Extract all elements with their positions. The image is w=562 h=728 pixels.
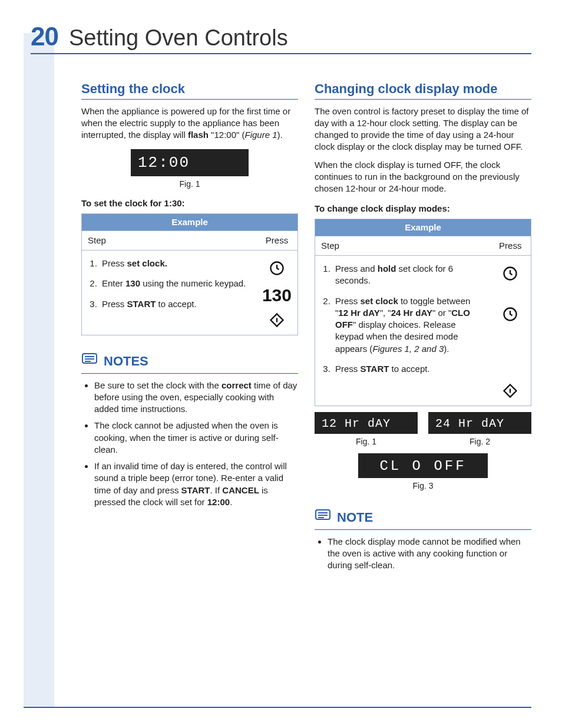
left-column: Setting the clock When the appliance is … xyxy=(81,71,298,577)
note-label: NOTE xyxy=(337,509,373,526)
lcd-display: 12:00 xyxy=(131,149,249,176)
clock-icon xyxy=(502,265,518,285)
text: "12:00" ( xyxy=(209,130,245,140)
table-header: Example xyxy=(315,219,531,236)
step-2: Press set clock to toggle between "12 Hr… xyxy=(333,295,484,355)
note-item: Be sure to set the clock with the correc… xyxy=(94,380,298,416)
display-1200: 12:00 Fig. 1 xyxy=(81,149,298,189)
subheading-change-modes: To change clock display modes: xyxy=(315,203,531,215)
note-heading: NOTE xyxy=(315,508,531,530)
note-item: The clock cannot be adjusted when the ov… xyxy=(94,420,298,456)
notes-heading: NOTES xyxy=(81,352,298,374)
lcd-display-off: CL O OFF xyxy=(358,453,488,478)
example-table-display-mode: Example Step Press Press and hold set cl… xyxy=(315,219,531,406)
col-step: Step xyxy=(315,236,490,255)
clock-icon xyxy=(269,260,285,279)
step-1: Press and hold set clock for 6 seconds. xyxy=(333,263,484,287)
notes-label: NOTES xyxy=(104,353,148,370)
figure-caption: Fig. 2 xyxy=(428,436,531,447)
text-bold: flash xyxy=(188,130,209,140)
col-press: Press xyxy=(490,236,531,255)
section-heading-display-mode: Changing clock display mode xyxy=(315,80,531,100)
intro-paragraph: When the appliance is powered up for the… xyxy=(81,106,298,141)
section-heading-setting-clock: Setting the clock xyxy=(81,80,298,100)
figure-caption: Fig. 1 xyxy=(81,179,298,190)
note-item: If an invalid time of day is entered, th… xyxy=(94,460,298,508)
page-number: 20 xyxy=(31,24,58,50)
notes-icon xyxy=(315,508,331,527)
example-table-set-clock: Example Step Press Press set clock. Ente… xyxy=(81,213,298,335)
step-2: Enter 130 using the numeric keypad. xyxy=(100,278,250,289)
footer-rule xyxy=(24,707,531,708)
start-icon xyxy=(269,312,285,331)
step-3: Press START to accept. xyxy=(333,363,484,375)
notes-icon xyxy=(81,352,98,371)
subheading-set-130: To set the clock for 1:30: xyxy=(81,197,298,209)
start-icon xyxy=(502,383,518,402)
note-item: The clock display mode cannot be modifie… xyxy=(328,536,531,572)
left-accent-band xyxy=(24,33,54,707)
lcd-display-24hr: 24 Hr dAY xyxy=(428,412,531,434)
display-off: CL O OFF Fig. 3 xyxy=(315,453,531,492)
figure-ref: Figure 1 xyxy=(244,130,277,140)
step-3: Press START to accept. xyxy=(100,298,250,310)
right-column: Changing clock display mode The oven con… xyxy=(315,71,531,577)
page-title: Setting Oven Controls xyxy=(69,27,288,49)
lcd-display-12hr: 12 Hr dAY xyxy=(315,412,418,434)
figure-caption: Fig. 3 xyxy=(315,480,531,492)
steps-list: Press and hold set clock for 6 seconds. … xyxy=(321,263,484,375)
step-1: Press set clock. xyxy=(100,258,250,269)
clock-icon xyxy=(502,306,518,325)
notes-list: Be sure to set the clock with the correc… xyxy=(81,380,298,509)
steps-list: Press set clock. Enter 130 using the num… xyxy=(88,258,250,310)
keypad-entry-130: 130 xyxy=(262,285,292,305)
col-step: Step xyxy=(82,230,256,250)
note-list: The clock display mode cannot be modifie… xyxy=(315,536,531,572)
paragraph: When the clock display is turned OFF, th… xyxy=(315,159,531,195)
table-header: Example xyxy=(82,213,298,230)
text: ). xyxy=(277,130,283,140)
paragraph: The oven control is factory preset to di… xyxy=(315,106,531,153)
page-header: 20 Setting Oven Controls xyxy=(31,24,531,54)
figure-caption: Fig. 1 xyxy=(315,436,418,447)
col-press: Press xyxy=(256,230,298,250)
display-row: 12 Hr dAY Fig. 1 24 Hr dAY Fig. 2 xyxy=(315,412,531,447)
